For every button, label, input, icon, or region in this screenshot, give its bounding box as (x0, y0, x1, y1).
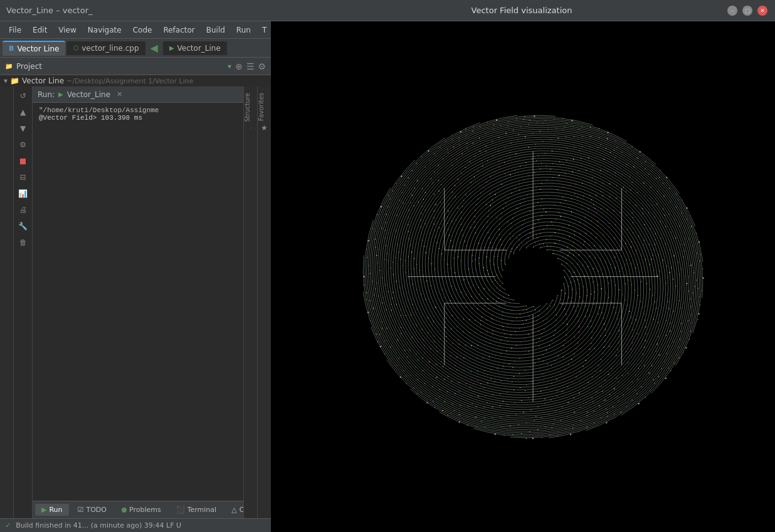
run-output: "/home/kruti/Desktop/Assignme @Vector Fi… (33, 103, 243, 501)
menu-navigate[interactable]: Navigate (83, 24, 127, 36)
tab-bold-icon: B (9, 44, 14, 53)
settings2-button[interactable]: ⚙ (16, 138, 30, 152)
run-tab-label: Run (49, 506, 62, 514)
todo-icon: ☑ (78, 506, 84, 514)
back-button[interactable]: ◀ (147, 42, 162, 54)
bottom-tab-problems[interactable]: Problems (115, 504, 167, 516)
problems-dot (122, 508, 127, 513)
tab-run[interactable]: ▶ Vector_Line (163, 41, 227, 55)
scroll-up-button[interactable]: ▲ (16, 105, 30, 119)
project-tree-root-row: ▾ 📁 Vector Line ~/Desktop/Assignment 1/V… (0, 75, 271, 86)
project-dropdown-icon: 📁 (5, 63, 13, 70)
menu-run[interactable]: Run (231, 24, 256, 36)
left-panel-sidebar (0, 86, 14, 518)
run-content-area: Run: ▶ Vector_Line ✕ "/home/kruti/Deskto… (33, 86, 243, 518)
bottom-tab-todo[interactable]: ☑ TODO (71, 504, 113, 516)
run-output-line1: "/home/kruti/Desktop/Assignme (39, 107, 237, 114)
project-title: Project (16, 62, 224, 71)
terminal-icon: ⬛ (176, 506, 185, 514)
viz-canvas-area (271, 21, 775, 532)
cmake-icon: △ (231, 506, 236, 514)
terminal-label: Terminal (187, 506, 217, 514)
folder-icon: 📁 (10, 76, 19, 85)
menu-edit[interactable]: Edit (28, 24, 52, 36)
scroll-down-button[interactable]: ▼ (16, 122, 30, 135)
structure-icon: ⬝ (244, 125, 257, 132)
minimize-button[interactable]: – (727, 6, 737, 16)
run-tab-icon: ▶ (41, 506, 46, 514)
menubar: File Edit View Navigate Code Refactor Bu… (0, 21, 271, 39)
viz-title: Vector Field visualization (316, 6, 727, 15)
statusbar-text: Build finished in 41... (a minute ago) 3… (16, 521, 181, 529)
menu-refactor[interactable]: Refactor (158, 24, 199, 36)
bottom-tab-cmake[interactable]: △ CMake (225, 504, 243, 516)
build-icon: ✓ (5, 521, 11, 529)
ide-title: Vector_Line – vector_ (6, 6, 93, 15)
favorites-sidebar: Favorites ★ (257, 86, 271, 518)
gear-icon[interactable]: ⊕ (235, 61, 243, 71)
list-icon[interactable]: ☰ (246, 61, 255, 71)
filter-button[interactable]: ⊟ (16, 170, 30, 184)
maximize-button[interactable]: □ (742, 6, 752, 16)
vector-field-canvas (271, 21, 775, 532)
close-button[interactable]: ✕ (757, 6, 767, 16)
run-toolbar: ↺ ▲ ▼ ⚙ ■ ⊟ 📊 🖨 🔧 🗑 (14, 86, 33, 518)
favorites-label: Favorites (258, 93, 271, 121)
project-panel-header: 📁 Project ▾ ⊕ ☰ ⚙ (0, 58, 271, 75)
menu-t[interactable]: T (257, 24, 272, 36)
print-button[interactable]: 🖨 (16, 203, 30, 217)
structure-label: Structure (244, 93, 257, 122)
menu-view[interactable]: View (53, 24, 81, 36)
problems-label: Problems (129, 506, 161, 514)
chart-button[interactable]: 📊 (16, 187, 30, 201)
menu-build[interactable]: Build (201, 24, 230, 36)
viz-window-controls: – □ ✕ (727, 6, 767, 16)
project-dropdown-arrow[interactable]: ▾ (228, 62, 231, 71)
bottom-tabbar: ▶ Run ☑ TODO Problems ⬛ Terminal (33, 501, 243, 518)
run-close-icon[interactable]: ✕ (117, 90, 122, 98)
tab-cpp-label: vector_line.cpp (82, 44, 139, 53)
ide-titlebar: Vector_Line – vector_ (0, 0, 271, 21)
tabbar: B Vector Line ⬡ vector_line.cpp ◀ ▶ Vect… (0, 39, 271, 58)
statusbar: ✓ Build finished in 41... (a minute ago)… (0, 518, 271, 532)
tab-vector-line[interactable]: B Vector Line (3, 41, 65, 56)
project-header-icons: ⊕ ☰ ⚙ (235, 61, 266, 71)
trash-button[interactable]: 🗑 (16, 236, 30, 249)
run-name: Vector_Line (67, 90, 110, 99)
menu-file[interactable]: File (4, 24, 26, 36)
tab-vector-cpp[interactable]: ⬡ vector_line.cpp (66, 41, 145, 55)
structure-sidebar: Structure ⬝ (243, 86, 257, 518)
tab-vector-line-label: Vector Line (17, 44, 59, 53)
run-label: Run: (38, 90, 55, 99)
run-output-line2: @Vector Field> 103.398 ms (39, 114, 237, 122)
project-tree-root-label: Vector Line (22, 76, 64, 85)
bottom-tab-terminal[interactable]: ⬛ Terminal (170, 504, 223, 516)
viz-titlebar: Vector Field visualization – □ ✕ (271, 0, 775, 21)
run-icon: ▶ (58, 91, 63, 98)
run-header: Run: ▶ Vector_Line ✕ (33, 86, 243, 103)
todo-label: TODO (86, 506, 107, 514)
menu-code[interactable]: Code (128, 24, 157, 36)
collapse-icon[interactable]: ▾ (4, 76, 8, 85)
stop-button[interactable]: ■ (16, 154, 30, 168)
settings-icon[interactable]: ⚙ (258, 61, 266, 71)
favorites-icon: ★ (258, 123, 271, 132)
bottom-tab-run[interactable]: ▶ Run (35, 504, 69, 516)
run-panel: ↺ ▲ ▼ ⚙ ■ ⊟ 📊 🖨 🔧 🗑 Run: ▶ Vector_Line ✕ (0, 86, 271, 518)
tab-cpp-icon: ⬡ (73, 44, 78, 51)
tab-run-label: Vector_Line (177, 44, 221, 53)
rerun-button[interactable]: ↺ (16, 89, 30, 103)
wrench-button[interactable]: 🔧 (16, 219, 30, 233)
tab-run-icon: ▶ (169, 44, 174, 51)
project-tree-path: ~/Desktop/Assignment 1/Vector Line (66, 77, 193, 85)
